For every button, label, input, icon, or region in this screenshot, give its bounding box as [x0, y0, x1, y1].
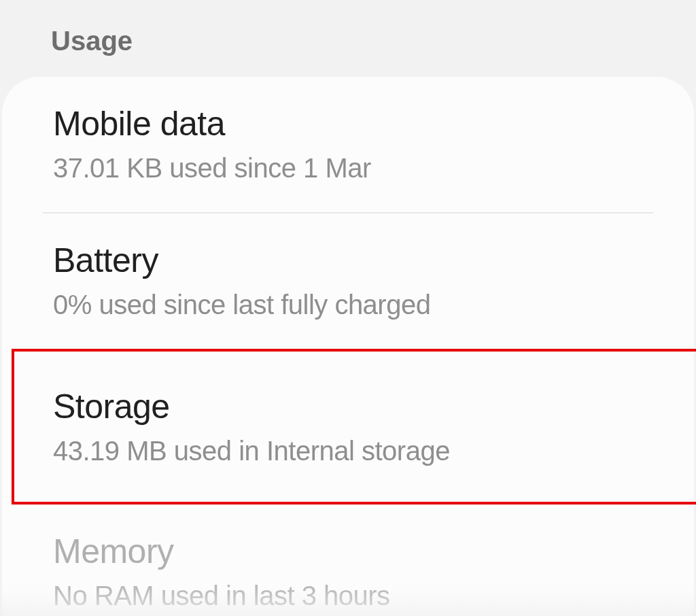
section-header: Usage	[0, 0, 696, 77]
memory-title: Memory	[53, 532, 643, 571]
usage-card: Mobile data 37.01 KB used since 1 Mar Ba…	[2, 77, 694, 616]
memory-item: Memory No RAM used in last 3 hours	[2, 504, 694, 616]
memory-subtitle: No RAM used in last 3 hours	[53, 581, 643, 611]
battery-subtitle: 0% used since last fully charged	[53, 290, 643, 320]
storage-item[interactable]: Storage 43.19 MB used in Internal storag…	[12, 349, 696, 504]
battery-title: Battery	[53, 241, 643, 280]
battery-item[interactable]: Battery 0% used since last fully charged	[2, 213, 694, 349]
mobile-data-title: Mobile data	[53, 104, 643, 143]
usage-container: Usage Mobile data 37.01 KB used since 1 …	[0, 0, 696, 616]
storage-title: Storage	[53, 387, 643, 426]
mobile-data-subtitle: 37.01 KB used since 1 Mar	[53, 153, 643, 184]
mobile-data-item[interactable]: Mobile data 37.01 KB used since 1 Mar	[2, 77, 694, 212]
storage-subtitle: 43.19 MB used in Internal storage	[53, 436, 643, 466]
